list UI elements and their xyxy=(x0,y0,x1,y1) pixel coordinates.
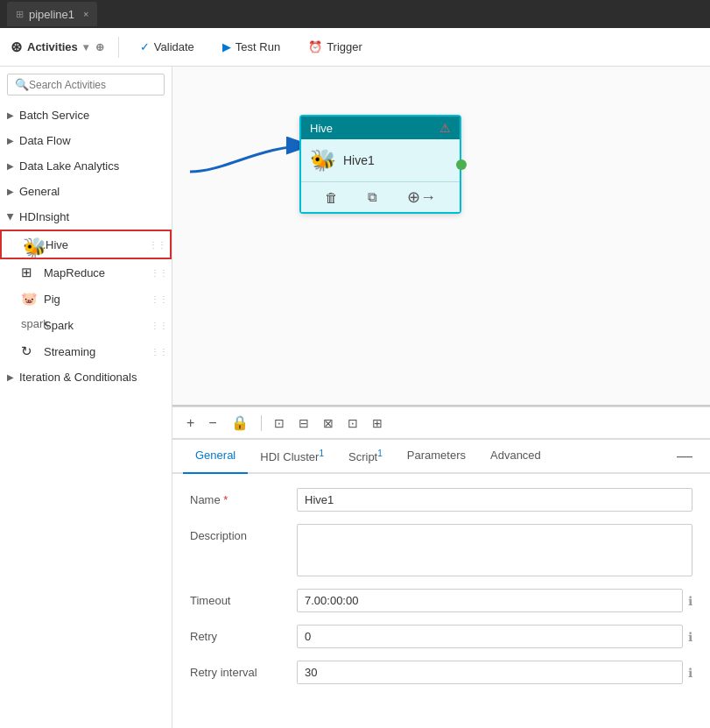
hdinsight-arrow: ▶ xyxy=(6,214,16,221)
pipeline-tab[interactable]: ⊞ pipeline1 × xyxy=(7,2,97,26)
success-connector[interactable] xyxy=(456,159,467,170)
data-flow-arrow: ▶ xyxy=(7,136,14,145)
lock-button[interactable]: 🔒 xyxy=(228,413,252,433)
data-flow-label: Data Flow xyxy=(19,134,71,147)
description-input[interactable] xyxy=(297,524,692,576)
auto-layout-button[interactable]: ⊟ xyxy=(295,414,313,432)
iteration-header[interactable]: ▶ Iteration & Conditionals xyxy=(0,364,172,390)
align-left-button[interactable]: ⊠ xyxy=(320,414,337,432)
data-lake-label: Data Lake Analytics xyxy=(19,159,119,173)
drag-handle-streaming: ⋮⋮ xyxy=(151,347,168,357)
sidebar-group-hdinsight: ▶ HDInsight 🐝 Hive ⋮⋮ ⊞ MapReduce ⋮⋮ xyxy=(0,204,172,364)
toolbar: ⊛ Activities ▾ ⊕ ✓ Validate ▶ Test Run ⏰… xyxy=(0,28,710,67)
sidebar-item-hive[interactable]: 🐝 Hive ⋮⋮ xyxy=(0,230,172,259)
success-arrow-button[interactable]: ⊕→ xyxy=(407,187,436,207)
drag-handle: ⋮⋮ xyxy=(149,240,166,250)
delete-node-button[interactable]: 🗑 xyxy=(325,190,338,205)
timeout-label: Timeout xyxy=(190,589,286,607)
properties-panel: General HDI Cluster1 Script1 Parameters … xyxy=(172,439,710,728)
retry-info-icon[interactable]: ℹ xyxy=(688,630,692,644)
zoom-in-button[interactable]: + xyxy=(183,413,198,433)
search-icon: 🔍 xyxy=(15,78,29,91)
search-box[interactable]: 🔍 xyxy=(7,74,165,95)
mapreduce-icon: ⊞ xyxy=(21,265,37,280)
tab-general[interactable]: General xyxy=(183,440,248,474)
name-input[interactable] xyxy=(297,488,692,512)
sidebar-item-streaming[interactable]: ↻ Streaming ⋮⋮ xyxy=(0,338,172,364)
fit-button[interactable]: ⊡ xyxy=(271,414,288,432)
spark-icon: spark xyxy=(21,317,37,333)
retry-interval-info-icon[interactable]: ℹ xyxy=(688,666,692,680)
description-field-row: Description xyxy=(190,524,692,576)
hdinsight-items: 🐝 Hive ⋮⋮ ⊞ MapReduce ⋮⋮ 🐷 Pig ⋮⋮ xyxy=(0,230,172,364)
name-label: Name xyxy=(190,488,286,506)
timeout-input[interactable] xyxy=(297,589,683,612)
data-flow-header[interactable]: ▶ Data Flow xyxy=(0,128,172,153)
zoom-out-button[interactable]: − xyxy=(205,413,220,433)
properties-content: Name Description Timeout ℹ xyxy=(172,474,710,728)
sidebar: 🔍 ▶ Batch Service ▶ Data Flow ▶ Data Lak… xyxy=(0,67,172,728)
test-run-button[interactable]: ▶ Test Run xyxy=(215,37,287,57)
activities-section: ⊛ Activities ▾ ⊕ xyxy=(11,39,104,55)
activities-icon: ⊛ xyxy=(11,39,22,55)
main-layout: 🔍 ▶ Batch Service ▶ Data Flow ▶ Data Lak… xyxy=(0,67,710,728)
data-lake-header[interactable]: ▶ Data Lake Analytics xyxy=(0,153,172,179)
drag-handle-mapreduce: ⋮⋮ xyxy=(151,268,168,278)
retry-field-row: Retry ℹ xyxy=(190,625,692,648)
warning-icon: ⚠ xyxy=(439,121,451,135)
batch-service-arrow: ▶ xyxy=(7,110,14,120)
tab-script[interactable]: Script1 xyxy=(336,440,395,474)
sidebar-item-mapreduce[interactable]: ⊞ MapReduce ⋮⋮ xyxy=(0,259,172,286)
drag-handle-pig: ⋮⋮ xyxy=(151,294,168,304)
general-header[interactable]: ▶ General xyxy=(0,179,172,204)
validate-icon: ✓ xyxy=(140,40,150,53)
batch-service-header[interactable]: ▶ Batch Service xyxy=(0,102,172,128)
trigger-icon: ⏰ xyxy=(308,40,322,53)
streaming-icon: ↻ xyxy=(21,343,37,359)
toolbar-separator xyxy=(118,37,119,58)
tab-close-button[interactable]: × xyxy=(83,9,88,19)
sidebar-group-data-lake: ▶ Data Lake Analytics xyxy=(0,153,172,179)
tab-parameters[interactable]: Parameters xyxy=(395,440,478,474)
general-arrow: ▶ xyxy=(7,187,14,196)
activities-label: Activities xyxy=(27,40,78,53)
align-right-button[interactable]: ⊡ xyxy=(344,414,362,432)
iteration-arrow: ▶ xyxy=(7,372,14,382)
canvas-toolbar: + − 🔒 ⊡ ⊟ ⊠ ⊡ ⊞ xyxy=(172,406,710,439)
grid-button[interactable]: ⊞ xyxy=(369,414,386,432)
mapreduce-label: MapReduce xyxy=(44,266,105,279)
tab-hdi-cluster[interactable]: HDI Cluster1 xyxy=(248,440,336,474)
properties-minimize-button[interactable]: — xyxy=(670,447,699,465)
canvas-toolbar-sep1 xyxy=(261,415,262,431)
spark-label: Spark xyxy=(44,319,74,332)
retry-interval-field-row: Retry interval ℹ xyxy=(190,661,692,684)
sidebar-group-data-flow: ▶ Data Flow xyxy=(0,128,172,153)
hive-node-footer: 🗑 ⧉ ⊕→ xyxy=(301,181,460,212)
canvas-area: Hive ⚠ 🐝 Hive1 🗑 ⧉ ⊕→ + − 🔒 xyxy=(172,67,710,728)
batch-service-label: Batch Service xyxy=(19,109,89,122)
play-icon: ▶ xyxy=(222,40,231,53)
trigger-button[interactable]: ⏰ Trigger xyxy=(301,37,369,57)
validate-button[interactable]: ✓ Validate xyxy=(133,37,201,57)
tab-label: pipeline1 xyxy=(29,8,74,21)
hdinsight-header[interactable]: ▶ HDInsight xyxy=(0,204,172,230)
clone-node-button[interactable]: ⧉ xyxy=(368,189,377,205)
sidebar-group-general: ▶ General xyxy=(0,179,172,204)
collapse-icon[interactable]: ▾ xyxy=(83,41,88,53)
sidebar-item-pig[interactable]: 🐷 Pig ⋮⋮ xyxy=(0,286,172,312)
retry-interval-input[interactable] xyxy=(297,661,683,684)
hive-node[interactable]: Hive ⚠ 🐝 Hive1 🗑 ⧉ ⊕→ xyxy=(299,115,461,214)
tab-advanced[interactable]: Advanced xyxy=(478,440,553,474)
search-input[interactable] xyxy=(29,79,160,91)
timeout-info-icon[interactable]: ℹ xyxy=(688,594,692,608)
expand-icon[interactable]: ⊕ xyxy=(95,41,104,53)
hive-node-name: Hive1 xyxy=(343,153,375,167)
retry-input[interactable] xyxy=(297,625,683,648)
hive-node-bee-icon: 🐝 xyxy=(310,148,336,173)
retry-interval-label: Retry interval xyxy=(190,661,286,679)
pipeline-canvas[interactable]: Hive ⚠ 🐝 Hive1 🗑 ⧉ ⊕→ xyxy=(172,67,710,406)
sidebar-group-batch-service: ▶ Batch Service xyxy=(0,102,172,128)
retry-label: Retry xyxy=(190,625,286,643)
sidebar-item-spark[interactable]: spark Spark ⋮⋮ xyxy=(0,312,172,338)
hive-node-header: Hive ⚠ xyxy=(301,117,460,139)
